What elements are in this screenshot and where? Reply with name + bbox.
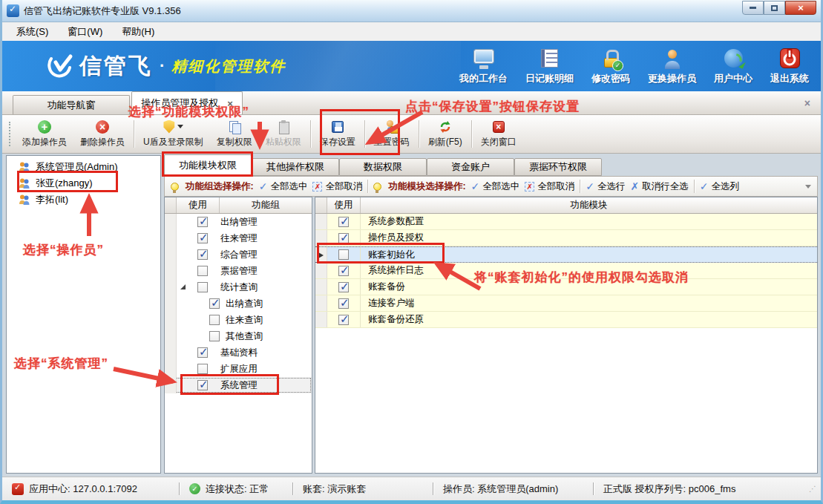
use-checkbox[interactable]: [209, 315, 220, 325]
main-area: 系统管理员(Admin)张亚(zhangy)李拓(lit) 功能模块权限 其他操…: [2, 154, 821, 477]
operator-tree-item[interactable]: 李拓(lit): [7, 192, 160, 208]
permission-tabs: 功能模块权限 其他操作权限 数据权限 资金账户 票据环节权限: [164, 154, 818, 176]
tab-bill-stage-permissions[interactable]: 票据环节权限: [514, 158, 602, 176]
function-module-row[interactable]: 系统参数配置: [315, 214, 817, 230]
refresh-button[interactable]: 刷新(F5): [422, 115, 469, 153]
exit-system-button[interactable]: 退出系统: [770, 48, 809, 85]
marker-column-header: [315, 197, 327, 213]
row-marker: [165, 214, 177, 230]
function-module-row[interactable]: 账套备份还原: [315, 312, 817, 328]
module-select-all-button[interactable]: ✓全部选中: [471, 180, 520, 193]
change-password-label: 修改密码: [591, 72, 630, 85]
add-operator-button[interactable]: 添加操作员: [16, 115, 73, 153]
tab-fund-accounts[interactable]: 资金账户: [427, 158, 514, 176]
minimize-button[interactable]: [742, 1, 764, 15]
tab-function-navigator[interactable]: 功能导航窗: [13, 95, 130, 114]
function-group-row[interactable]: 往来查询: [165, 312, 312, 328]
use-checkbox[interactable]: [338, 266, 349, 276]
reset-password-button[interactable]: 重置密码: [367, 115, 416, 153]
function-module-label: 账套备份: [361, 281, 405, 293]
switch-operator-button[interactable]: 更换操作员: [648, 48, 696, 85]
toolbar: 添加操作员 删除操作员 U盾及登录限制 复制权限 粘贴权限 保存设置 重置密码: [2, 115, 821, 154]
tab-data-permissions[interactable]: 数据权限: [339, 158, 427, 176]
refresh-label: 刷新(F5): [428, 136, 462, 148]
use-checkbox[interactable]: [197, 364, 208, 374]
menu-window[interactable]: 窗口(W): [58, 23, 112, 41]
exit-system-label: 退出系统: [770, 72, 809, 85]
ukey-login-limit-button[interactable]: U盾及登录限制: [137, 115, 210, 153]
journal-detail-button[interactable]: 日记账明细: [525, 48, 574, 85]
function-group-row[interactable]: 往来管理: [165, 230, 312, 246]
use-checkbox[interactable]: [197, 233, 208, 243]
use-checkbox[interactable]: [338, 298, 349, 309]
select-all-columns-button[interactable]: ✓全选列: [700, 180, 739, 193]
ukey-login-limit-label: U盾及登录限制: [143, 136, 203, 148]
function-group-row[interactable]: 出纳管理: [165, 214, 312, 230]
function-module-label: 系统参数配置: [361, 215, 424, 228]
my-workbench-button[interactable]: 我的工作台: [459, 48, 508, 85]
user-icon: [660, 48, 685, 70]
dropdown-arrow-icon[interactable]: [177, 125, 183, 128]
save-settings-button[interactable]: 保存设置: [313, 115, 362, 153]
function-group-row[interactable]: 基础资料: [165, 344, 312, 361]
operator-tree-item[interactable]: 张亚(zhangy): [7, 175, 160, 192]
use-checkbox[interactable]: [209, 298, 220, 309]
use-checkbox[interactable]: [338, 217, 349, 227]
check-icon: ✓: [700, 181, 709, 192]
use-checkbox[interactable]: [338, 315, 349, 325]
group-cancel-all-button[interactable]: ✗全部取消: [312, 180, 362, 193]
module-cancel-all-button[interactable]: ✗全部取消: [525, 180, 574, 193]
change-password-button[interactable]: 修改密码: [591, 48, 630, 85]
use-checkbox[interactable]: [197, 282, 208, 292]
use-checkbox[interactable]: [197, 380, 208, 390]
tab-other-permissions[interactable]: 其他操作权限: [252, 158, 339, 176]
cancel-row-selection-button[interactable]: ✗取消行全选: [631, 180, 689, 193]
check-icon: ✓: [259, 181, 268, 192]
use-checkbox[interactable]: [338, 282, 349, 292]
paste-permissions-label: 粘贴权限: [266, 136, 301, 148]
function-module-row[interactable]: 账套初始化: [315, 246, 817, 263]
function-group-row[interactable]: 扩展应用: [165, 361, 312, 377]
function-group-grid: 使用 功能组 出纳管理往来管理综合管理票据管理统计查询出纳查询往来查询其他查询基…: [164, 197, 312, 474]
close-button[interactable]: ×: [785, 1, 816, 15]
function-group-row[interactable]: 票据管理: [165, 263, 312, 279]
status-license: 正式版 授权序列号: pc006_fms: [594, 482, 745, 496]
tabstrip-close-icon[interactable]: ×: [804, 97, 810, 109]
function-group-row[interactable]: 综合管理: [165, 246, 312, 263]
use-checkbox[interactable]: [197, 266, 208, 276]
use-checkbox[interactable]: [197, 217, 208, 227]
use-checkbox[interactable]: [338, 233, 349, 243]
marker-column-header: [165, 197, 177, 213]
function-group-row[interactable]: 出纳查询: [165, 295, 312, 312]
function-module-label: 系统操作日志: [361, 264, 424, 277]
operators-panel: 系统管理员(Admin)张亚(zhangy)李拓(lit): [6, 155, 161, 474]
delete-icon: [96, 120, 109, 134]
function-group-row[interactable]: 系统管理: [165, 377, 312, 393]
selbar-dropdown-icon[interactable]: [805, 185, 811, 189]
close-window-button[interactable]: 关闭窗口: [474, 115, 523, 153]
user-center-button[interactable]: 用户中心: [714, 48, 752, 85]
function-module-row[interactable]: 操作员及授权: [315, 230, 817, 246]
tree-expand-icon[interactable]: [180, 284, 186, 289]
delete-operator-button[interactable]: 删除操作员: [73, 115, 131, 153]
use-checkbox[interactable]: [197, 347, 208, 358]
select-all-rows-button[interactable]: ✓全选行: [586, 180, 625, 193]
copy-permissions-button[interactable]: 复制权限: [210, 115, 259, 153]
use-checkbox[interactable]: [338, 249, 349, 260]
use-checkbox[interactable]: [197, 249, 208, 260]
tab-module-permissions[interactable]: 功能模块权限: [164, 154, 252, 176]
function-group-row[interactable]: 其他查询: [165, 328, 312, 344]
operators-tree: 系统管理员(Admin)张亚(zhangy)李拓(lit): [7, 156, 160, 208]
operator-tree-item[interactable]: 系统管理员(Admin): [7, 159, 160, 175]
function-module-row[interactable]: 连接客户端: [315, 295, 817, 312]
function-group-row[interactable]: 统计查询: [165, 279, 312, 295]
menu-system[interactable]: 系统(S): [7, 23, 58, 41]
maximize-button[interactable]: [764, 1, 785, 15]
use-checkbox[interactable]: [209, 331, 220, 341]
operator-icon: [19, 194, 30, 205]
menu-help[interactable]: 帮助(H): [112, 23, 164, 41]
group-select-all-button[interactable]: ✓全部选中: [259, 180, 308, 193]
check-icon: ✓: [471, 181, 480, 192]
globe-icon: [721, 48, 746, 70]
app-banner: 信管飞 · 精细化管理软件 我的工作台 日记账明细 修改密码 更换操作员: [2, 41, 821, 91]
